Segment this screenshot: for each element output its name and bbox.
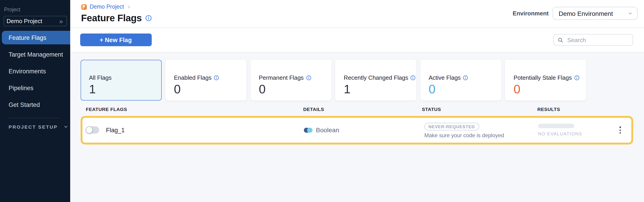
flag-type-label: Boolean [316,126,339,134]
stat-card-permanent-flags[interactable]: Permanent Flags 0 [250,60,331,100]
stat-label: Recently Changed Flags [344,74,408,81]
chevron-down-icon [628,11,632,16]
details-cell: Boolean [303,126,422,134]
project-setup-label: PROJECT SETUP [8,124,58,129]
stat-cards: All Flags 1 Enabled Flags 0 Permanent Fl… [80,60,633,100]
results-cell: NO EVALUATIONS [537,124,612,136]
search-input[interactable] [566,36,629,44]
title-info-icon[interactable] [146,15,152,21]
table-header: FEATURE FLAGS DETAILS STATUS RESULTS [80,106,633,112]
info-icon[interactable] [574,75,579,80]
table-row-flag-1[interactable]: Flag_1 Boolean NEVER-REQUESTED Make sure… [80,116,633,144]
flag-toggle[interactable] [86,126,99,134]
status-cell: NEVER-REQUESTED Make sure your code is d… [422,122,537,138]
breadcrumb-chevron-icon [126,5,131,9]
sidebar: Project Demo Project » Feature Flags Tar… [0,0,70,202]
sidebar-item-label: Get Started [8,101,40,108]
stat-label: Permanent Flags [259,74,304,81]
stat-label: Active Flags [429,74,461,81]
project-setup-section[interactable]: PROJECT SETUP [0,124,70,129]
sidebar-divider [8,118,60,118]
status-hint: Make sure your code is deployed [424,132,537,138]
sidebar-item-label: Feature Flags [8,34,46,41]
environment-value: Demo Environment [559,10,613,17]
environment-label: Environment [513,10,549,17]
sidebar-item-label: Target Management [8,51,63,58]
stat-label: Enabled Flags [174,74,212,81]
stat-value: 1 [89,83,161,96]
project-label: Project [4,7,70,12]
stat-card-enabled-flags[interactable]: Enabled Flags 0 [165,60,246,100]
sidebar-collapse-icon[interactable]: » [59,18,63,24]
stat-label: Potentially Stale Flags [514,74,572,81]
stat-card-all-flags[interactable]: All Flags 1 [80,60,162,100]
flag-toggle-knob [86,126,93,134]
app-window: Project Demo Project » Feature Flags Tar… [0,0,644,202]
info-icon[interactable] [214,75,219,80]
flag-cell: Flag_1 [86,126,303,134]
column-header-status: STATUS [422,106,537,112]
row-menu-button[interactable] [612,125,628,136]
feature-flag-logo-icon [81,4,87,10]
project-selector[interactable]: Demo Project » [4,16,67,26]
stat-value: 0 [514,83,586,96]
main-area: Demo Project Feature Flags Environment D… [70,0,644,202]
evaluations-placeholder-bar [538,124,574,128]
new-flag-button[interactable]: + New Flag [80,34,152,46]
column-header-details: DETAILS [303,106,422,112]
sidebar-item-target-management[interactable]: Target Management [0,46,70,63]
boolean-type-icon [304,128,312,133]
info-icon[interactable] [306,75,311,80]
column-header-actions [616,106,633,112]
project-selector-value: Demo Project [6,18,42,24]
stat-card-active-flags[interactable]: Active Flags 0 [420,60,501,100]
no-evaluations-label: NO EVALUATIONS [538,132,612,136]
info-icon[interactable] [410,75,416,80]
stat-label: All Flags [89,74,112,81]
column-header-results: RESULTS [537,106,616,112]
sidebar-item-label: Pipelines [8,84,34,91]
stat-card-potentially-stale-flags[interactable]: Potentially Stale Flags 0 [505,60,586,100]
flag-name[interactable]: Flag_1 [106,127,125,134]
stat-value: 0 [429,83,501,96]
page-title: Feature Flags [81,13,142,24]
flags-content: All Flags 1 Enabled Flags 0 Permanent Fl… [70,52,644,202]
stat-card-recently-changed-flags[interactable]: Recently Changed Flags 1 [335,60,416,100]
search-box[interactable] [553,34,633,46]
status-badge: NEVER-REQUESTED [424,122,479,130]
stat-value: 0 [174,83,246,96]
environment-picker: Environment Demo Environment [513,7,638,20]
stat-value: 1 [344,83,416,96]
sidebar-nav: Feature Flags Target Management Environm… [0,31,70,113]
environment-select[interactable]: Demo Environment [552,7,638,20]
sidebar-item-label: Environments [8,68,46,74]
breadcrumb-project-link[interactable]: Demo Project [90,4,124,10]
sidebar-item-pipelines[interactable]: Pipelines [0,80,70,96]
search-icon [557,37,563,43]
info-icon[interactable] [463,75,468,80]
sidebar-item-get-started[interactable]: Get Started [0,96,70,113]
column-header-feature-flags: FEATURE FLAGS [86,106,303,112]
flags-toolbar: + New Flag [70,28,644,52]
chevron-down-icon [64,124,68,129]
page-header: Demo Project Feature Flags Environment D… [70,0,644,28]
sidebar-item-feature-flags[interactable]: Feature Flags [2,31,70,44]
sidebar-item-environments[interactable]: Environments [0,63,70,80]
stat-value: 0 [259,83,331,96]
